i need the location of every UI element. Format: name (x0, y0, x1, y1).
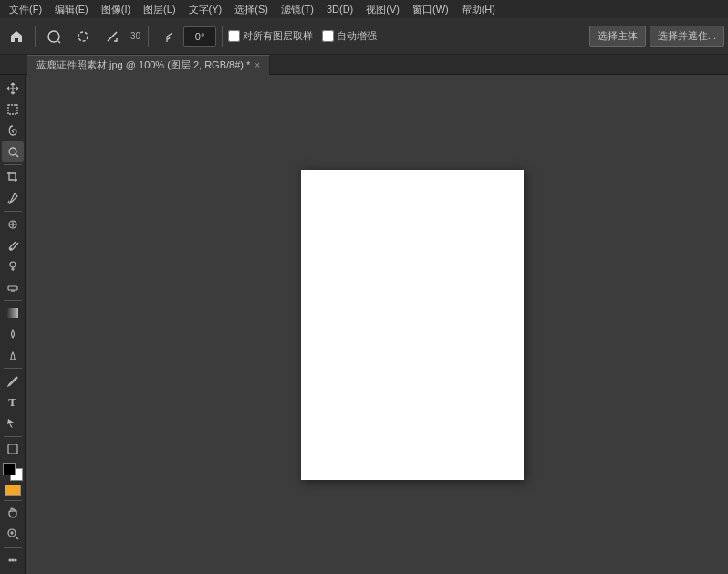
svg-rect-7 (8, 286, 17, 290)
toolbox: T (0, 75, 26, 574)
foreground-color-swatch[interactable] (3, 463, 16, 475)
quick-select-tool[interactable] (2, 141, 24, 162)
tab-bar: 蓝鹿证件照素材.jpg @ 100% (图层 2, RGB/8#) * × (0, 55, 728, 75)
brush-toggle[interactable] (70, 24, 96, 49)
crop-tool[interactable] (2, 167, 24, 187)
toolbox-sep-2 (4, 211, 22, 212)
menu-select[interactable]: 选择(S) (229, 1, 274, 18)
canvas-document (301, 170, 524, 480)
toolbar-sep-1 (35, 26, 36, 47)
toolbar-sep-2 (148, 26, 149, 47)
hand-tool[interactable] (2, 503, 24, 523)
svg-rect-2 (8, 105, 17, 114)
home-button[interactable] (4, 24, 29, 49)
toolbar: 30 0° 对所有图层取样 自动增强 选择主体 选择并遮住... (0, 18, 728, 55)
brush-size-label: 30 (130, 31, 140, 41)
select-rect-tool[interactable] (2, 99, 24, 120)
move-tool[interactable] (2, 78, 24, 99)
svg-point-0 (48, 31, 59, 42)
tab-close-button[interactable]: × (255, 60, 260, 70)
lasso-tool[interactable] (2, 120, 24, 141)
svg-point-13 (15, 559, 16, 561)
auto-enhance-checkbox[interactable]: 自动增强 (322, 29, 377, 43)
angle-icon (154, 24, 180, 49)
svg-point-11 (9, 559, 11, 561)
brush-preset-picker[interactable] (41, 24, 67, 49)
zoom-tool[interactable] (2, 524, 24, 544)
healing-tool[interactable] (2, 214, 24, 235)
path-select-tool[interactable] (2, 413, 24, 433)
toolbar-sep-3 (222, 26, 223, 47)
select-subject-button[interactable]: 选择主体 (589, 26, 646, 47)
menu-window[interactable]: 窗口(W) (407, 1, 454, 18)
clone-tool[interactable] (2, 256, 24, 277)
eyedropper-tool[interactable] (2, 188, 24, 208)
select-and-mask-button[interactable]: 选择并遮住... (650, 26, 724, 47)
toolbox-sep-7 (4, 547, 22, 548)
menu-3d[interactable]: 3D(D) (321, 2, 359, 16)
gradient-tool[interactable] (2, 303, 24, 323)
dodge-tool[interactable] (2, 345, 24, 365)
menu-image[interactable]: 图像(I) (96, 1, 136, 18)
document-tab[interactable]: 蓝鹿证件照素材.jpg @ 100% (图层 2, RGB/8#) * × (27, 55, 270, 75)
menu-bar: 文件(F) 编辑(E) 图像(I) 图层(L) 文字(Y) 选择(S) 滤镜(T… (0, 0, 728, 18)
menu-file[interactable]: 文件(F) (4, 1, 47, 18)
shape-tool[interactable] (2, 440, 24, 460)
svg-rect-8 (7, 308, 18, 318)
svg-point-5 (10, 248, 12, 250)
toolbox-sep-6 (4, 500, 22, 501)
svg-point-6 (10, 262, 16, 267)
orange-color-swatch[interactable] (5, 485, 21, 495)
canvas-area (26, 75, 728, 574)
blur-tool[interactable] (2, 324, 24, 344)
svg-point-1 (78, 32, 88, 41)
brush-mode[interactable] (99, 24, 125, 49)
color-swatch-container[interactable] (3, 463, 23, 481)
extra-tool[interactable] (2, 550, 24, 570)
sample-all-layers-checkbox[interactable]: 对所有图层取样 (228, 29, 313, 43)
svg-point-3 (9, 148, 16, 155)
svg-rect-9 (8, 444, 17, 454)
toolbox-sep-4 (4, 368, 22, 369)
pen-tool[interactable] (2, 371, 24, 391)
main-area: T (0, 75, 728, 574)
toolbox-sep-3 (4, 300, 22, 301)
text-tool[interactable]: T (2, 392, 24, 412)
menu-help[interactable]: 帮助(H) (456, 1, 501, 18)
angle-input[interactable]: 0° (183, 26, 216, 47)
tab-title: 蓝鹿证件照素材.jpg @ 100% (图层 2, RGB/8#) * (36, 58, 250, 72)
menu-text[interactable]: 文字(Y) (183, 1, 228, 18)
toolbox-sep-5 (4, 436, 22, 437)
eraser-tool[interactable] (2, 277, 24, 297)
menu-view[interactable]: 视图(V) (360, 1, 405, 18)
menu-filter[interactable]: 滤镜(T) (276, 1, 319, 18)
brush-tool[interactable] (2, 235, 24, 256)
menu-edit[interactable]: 编辑(E) (49, 1, 94, 18)
svg-point-12 (12, 559, 14, 561)
toolbox-sep-1 (4, 164, 22, 165)
menu-layer[interactable]: 图层(L) (138, 1, 181, 18)
